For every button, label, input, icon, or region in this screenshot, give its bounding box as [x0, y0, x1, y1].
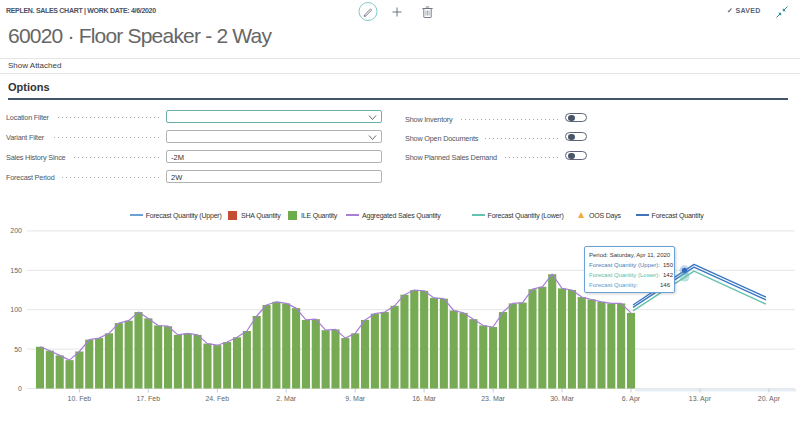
svg-text:16. Mar: 16. Mar [412, 395, 436, 402]
svg-text:150: 150 [10, 267, 22, 274]
svg-text:20. Apr: 20. Apr [758, 395, 781, 403]
svg-text:9. Mar: 9. Mar [345, 395, 366, 402]
svg-text:17. Feb: 17. Feb [136, 395, 160, 402]
svg-text:13. Apr: 13. Apr [689, 395, 712, 403]
svg-text:2. Mar: 2. Mar [276, 395, 297, 402]
svg-text:50: 50 [14, 346, 22, 353]
svg-text:200: 200 [10, 227, 22, 234]
svg-text:24. Feb: 24. Feb [205, 395, 229, 402]
svg-text:100: 100 [10, 306, 22, 313]
svg-text:0: 0 [18, 385, 22, 392]
svg-text:23. Mar: 23. Mar [481, 395, 505, 402]
svg-text:10. Feb: 10. Feb [68, 395, 92, 402]
svg-text:30. Mar: 30. Mar [550, 395, 574, 402]
svg-text:6. Apr: 6. Apr [622, 395, 641, 403]
